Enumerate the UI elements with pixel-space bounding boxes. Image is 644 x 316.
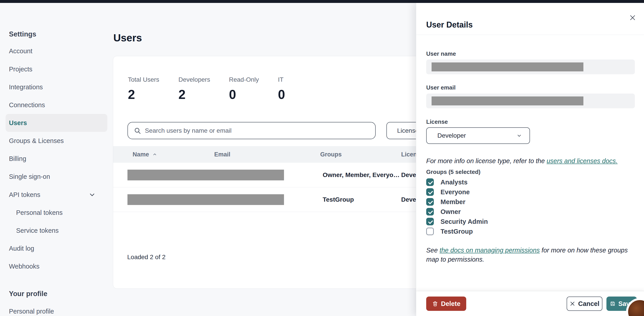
page-title: Users bbox=[113, 31, 142, 45]
sidebar-item-audit-log[interactable]: Audit log bbox=[0, 239, 113, 257]
user-name-field[interactable] bbox=[426, 60, 635, 74]
group-checkbox-analysts[interactable]: Analysts bbox=[426, 177, 560, 187]
sidebar-item-account[interactable]: Account bbox=[0, 42, 113, 60]
sidebar-your-profile-header: Your profile bbox=[0, 285, 113, 303]
chevron-down-icon bbox=[516, 133, 522, 138]
sidebar-item-personal-profile[interactable]: Personal profile bbox=[0, 302, 113, 316]
column-header-groups[interactable]: Groups bbox=[320, 146, 342, 163]
search-input[interactable] bbox=[144, 127, 367, 135]
group-checkbox-testgroup[interactable]: TestGroup bbox=[426, 226, 560, 236]
stat-read-only: Read-Only 0 bbox=[229, 76, 259, 102]
checkbox-icon[interactable] bbox=[426, 208, 434, 215]
checkbox-icon[interactable] bbox=[426, 178, 434, 186]
user-details-drawer: User Details User name User email Licens… bbox=[416, 3, 644, 316]
license-info-note: For more info on license type, refer to … bbox=[426, 156, 635, 166]
sidebar-item-webhooks[interactable]: Webhooks bbox=[0, 257, 113, 275]
sidebar-item-projects[interactable]: Projects bbox=[0, 60, 113, 78]
license-selected-value: Developer bbox=[438, 132, 516, 139]
groups-cell: Owner, Member, Everyo… bbox=[323, 163, 400, 187]
app-root: Settings Account Projects Integrations C… bbox=[0, 0, 644, 316]
sidebar-item-personal-tokens[interactable]: Personal tokens bbox=[0, 204, 113, 222]
managing-permissions-docs-link[interactable]: the docs on managing permissions bbox=[440, 247, 540, 254]
user-email-label: User email bbox=[426, 84, 456, 91]
redacted-name-email bbox=[128, 170, 284, 180]
x-icon bbox=[570, 301, 575, 306]
cancel-button[interactable]: Cancel bbox=[567, 296, 602, 311]
stat-total-users: Total Users 2 bbox=[128, 76, 159, 102]
groups-label: Groups (5 selected) bbox=[426, 169, 480, 175]
load-status: Loaded 2 of 2 bbox=[127, 253, 166, 261]
divider bbox=[416, 35, 644, 35]
sidebar-item-connections[interactable]: Connections bbox=[0, 96, 113, 114]
sidebar-item-integrations[interactable]: Integrations bbox=[0, 78, 113, 96]
sidebar-item-billing[interactable]: Billing bbox=[0, 150, 113, 168]
chevron-down-icon bbox=[89, 192, 95, 199]
sort-ascending-icon bbox=[152, 152, 157, 157]
checkbox-icon[interactable] bbox=[426, 198, 434, 206]
sidebar-item-groups-licenses[interactable]: Groups & Licenses bbox=[0, 132, 113, 150]
redacted-user-email bbox=[432, 97, 584, 105]
stat-it: IT 0 bbox=[278, 76, 285, 102]
top-navy-bar bbox=[0, 0, 644, 3]
close-icon[interactable] bbox=[628, 13, 637, 22]
column-header-name[interactable]: Name bbox=[132, 146, 157, 163]
settings-sidebar: Settings Account Projects Integrations C… bbox=[0, 3, 113, 316]
sidebar-item-service-tokens[interactable]: Service tokens bbox=[0, 222, 113, 239]
sidebar-settings-header: Settings bbox=[0, 25, 113, 43]
user-search-box bbox=[128, 122, 376, 139]
sidebar-item-api-tokens[interactable]: API tokens bbox=[0, 186, 113, 204]
sidebar-item-single-sign-on[interactable]: Single sign-on bbox=[0, 168, 113, 186]
delete-button[interactable]: Delete bbox=[426, 296, 466, 311]
license-select[interactable]: Developer bbox=[426, 127, 530, 144]
user-email-field[interactable] bbox=[426, 94, 635, 108]
search-icon bbox=[134, 127, 141, 135]
redacted-user-name bbox=[432, 63, 584, 71]
user-name-label: User name bbox=[426, 50, 456, 57]
checkbox-icon[interactable] bbox=[426, 188, 434, 196]
redacted-name-email bbox=[128, 194, 284, 205]
save-icon bbox=[610, 301, 616, 306]
group-checkbox-member[interactable]: Member bbox=[426, 197, 560, 207]
checkbox-icon[interactable] bbox=[426, 218, 434, 225]
sidebar-item-users[interactable]: Users bbox=[6, 114, 107, 132]
group-checkbox-everyone[interactable]: Everyone bbox=[426, 187, 560, 197]
stat-developers: Developers 2 bbox=[178, 76, 210, 102]
column-header-email[interactable]: Email bbox=[214, 146, 230, 163]
checkbox-icon[interactable] bbox=[426, 228, 434, 235]
drawer-title: User Details bbox=[426, 20, 473, 30]
group-checkbox-security-admin[interactable]: Security Admin bbox=[426, 217, 560, 226]
permissions-note: See the docs on managing permissions for… bbox=[426, 246, 635, 264]
drawer-footer: Delete Cancel Save bbox=[416, 291, 644, 316]
trash-icon bbox=[432, 300, 438, 307]
users-licenses-docs-link[interactable]: users and licenses docs. bbox=[546, 157, 618, 164]
group-checkbox-owner[interactable]: Owner bbox=[426, 207, 560, 217]
license-label: License bbox=[426, 118, 448, 125]
groups-cell: TestGroup bbox=[323, 187, 354, 212]
